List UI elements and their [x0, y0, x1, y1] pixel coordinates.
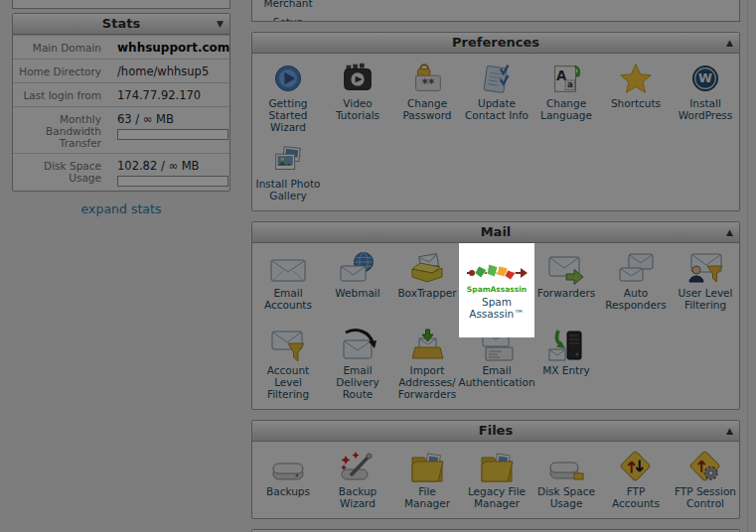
app-item-auto-responders[interactable]: Auto Responders — [601, 248, 671, 326]
app-item-forwarders[interactable]: Forwarders — [531, 248, 601, 326]
app-item-label: Change Language — [533, 97, 599, 121]
app-item-email-accounts[interactable]: Email Accounts — [253, 248, 323, 326]
app-item-label: Shortcuts — [611, 97, 661, 109]
app-item-label: FTP Accounts — [603, 485, 669, 509]
stat-value-home-directory: /home/whhsup5 — [109, 64, 229, 78]
app-item-label: Merchant Setup — [263, 0, 312, 22]
svg-text:W: W — [698, 71, 712, 86]
disk-usage-icon — [546, 450, 586, 483]
app-item-shortcuts[interactable]: Shortcuts — [601, 59, 671, 139]
section-title: Preferences — [452, 35, 539, 50]
collapse-down-icon[interactable]: ▼ — [217, 14, 224, 34]
stats-sidebar: Stats ▼ Main Domain whhsupport.com Home … — [12, 0, 230, 216]
app-item-install-photo-gallery[interactable]: Install Photo Gallery — [253, 139, 323, 207]
app-item-label: Update Contact Info — [464, 97, 529, 121]
app-item-label: Email Authentication — [458, 364, 534, 388]
section-header-preferences[interactable]: Preferences ▲ — [252, 33, 739, 54]
stat-row-home-directory: Home Directory /home/whhsup5 — [13, 59, 229, 82]
app-item-account-level-filtering[interactable]: Account Level Filtering — [253, 326, 323, 406]
star-icon — [617, 62, 655, 95]
stat-value-bandwidth: 63 / ∞ MB — [109, 111, 232, 149]
auto-responders-icon — [616, 251, 656, 285]
wordpress-icon: W — [687, 62, 723, 95]
stat-value-last-login: 174.77.92.170 — [109, 87, 229, 102]
app-item-ftp-accounts[interactable]: FTP Accounts — [601, 447, 671, 515]
stat-value-main-domain: whhsupport.com — [109, 40, 233, 55]
app-item-label: BoxTrapper — [397, 287, 456, 299]
app-item-ftp-session-control[interactable]: FTP Session Control — [671, 447, 740, 515]
stat-value-disk-space: 102.82 / ∞ MB — [109, 158, 232, 187]
stat-row-bandwidth: Monthly Bandwidth Transfer 63 / ∞ MB — [13, 106, 229, 153]
files-grid: Backups Backup Wizard File Manager — [252, 442, 739, 518]
contact-info-icon — [478, 62, 516, 95]
app-item-update-contact-info[interactable]: Update Contact Info — [462, 59, 531, 139]
stats-panel: Stats ▼ Main Domain whhsupport.com Home … — [12, 13, 230, 192]
app-item-legacy-file-manager[interactable]: Legacy File Manager — [462, 447, 531, 515]
app-item-label: Spam Assassin™ — [464, 296, 529, 320]
app-item-import-addresses-forwarders[interactable]: Import Addresses/ Forwarders — [392, 326, 462, 406]
import-addresses-icon — [407, 329, 447, 362]
email-envelope-icon — [268, 251, 308, 285]
section-files: Files ▲ Backups Backup Wizard — [251, 420, 740, 519]
app-item-mx-entry[interactable]: MX Entry — [531, 326, 601, 406]
stat-row-main-domain: Main Domain whhsupport.com — [13, 35, 229, 59]
stat-row-last-login: Last login from 174.77.92.170 — [13, 82, 229, 106]
account-filter-icon — [268, 329, 308, 362]
stats-header[interactable]: Stats ▼ — [13, 14, 229, 35]
collapse-up-icon[interactable]: ▲ — [726, 421, 733, 441]
password-lock-icon: ** — [408, 62, 446, 95]
cpanel-page: Stats ▼ Main Domain whhsupport.com Home … — [0, 0, 756, 532]
app-item-backups[interactable]: Backups — [253, 447, 323, 515]
app-item-change-language[interactable]: Aa Change Language — [531, 59, 601, 139]
expand-stats-link[interactable]: expand stats — [12, 201, 230, 216]
app-item-backup-wizard[interactable]: Backup Wizard — [323, 447, 392, 515]
section-title: Mail — [481, 224, 512, 239]
app-item-label: Email Delivery Route — [325, 364, 390, 400]
app-item-label: Import Addresses/ Forwarders — [394, 364, 460, 400]
app-item-video-tutorials[interactable]: Video Tutorials — [323, 59, 392, 139]
app-item-label: Backup Wizard — [325, 485, 390, 509]
forwarders-icon — [546, 251, 586, 285]
app-item-email-authentication[interactable]: Email Authentication — [462, 326, 531, 406]
ftp-accounts-icon — [617, 450, 655, 483]
app-item-label: User Level Filtering — [673, 287, 738, 311]
app-item-email-delivery-route[interactable]: Email Delivery Route — [323, 326, 392, 406]
section-title: Files — [479, 423, 513, 438]
app-item-change-password[interactable]: ** Change Password — [392, 59, 462, 139]
app-item-label: Install Photo Gallery — [255, 178, 321, 201]
app-item-boxtrapper[interactable]: BoxTrapper — [392, 248, 462, 326]
collapse-up-icon[interactable]: ▲ — [726, 33, 733, 53]
photo-gallery-icon — [269, 142, 307, 176]
section-header-mail[interactable]: Mail ▲ — [252, 222, 739, 243]
app-item-spam-assassin[interactable]: SpamAssassin Spam Assassin™ — [462, 248, 531, 326]
app-item-label: Backups — [266, 485, 310, 497]
app-item-label: Email Accounts — [255, 287, 321, 311]
bandwidth-usage-bar — [117, 129, 228, 140]
svg-text:**: ** — [421, 77, 434, 91]
stat-label: Monthly Bandwidth Transfer — [13, 111, 109, 149]
spamassassin-logo-icon — [466, 251, 528, 285]
folder-icon — [407, 450, 447, 483]
getting-started-icon — [270, 62, 306, 95]
app-item-user-level-filtering[interactable]: User Level Filtering — [671, 248, 740, 326]
app-item-webmail[interactable]: Webmail — [323, 248, 392, 326]
section-mail: Mail ▲ Email Accounts Webmail — [251, 221, 740, 410]
app-item-label: Getting Started Wizard — [255, 97, 321, 133]
app-item-label: Legacy File Manager — [464, 485, 529, 509]
app-item-label: Change Password — [394, 97, 460, 121]
app-item-install-wordpress[interactable]: W Install WordPress — [671, 59, 740, 139]
backups-drive-icon — [268, 450, 308, 483]
stat-label: Home Directory — [13, 64, 109, 78]
app-item-file-manager[interactable]: File Manager — [392, 447, 462, 515]
app-item-getting-started-wizard[interactable]: Getting Started Wizard — [253, 59, 323, 139]
collapse-up-icon[interactable]: ▲ — [726, 222, 733, 242]
stat-label: Main Domain — [13, 40, 109, 55]
webmail-globe-icon — [338, 251, 378, 285]
app-item-disk-space-usage[interactable]: Disk Space Usage — [531, 447, 601, 515]
cut-panel-above-stats — [12, 0, 230, 9]
app-item-merchant-setup[interactable]: Merchant Setup — [253, 0, 323, 22]
stat-label: Disk Space Usage — [13, 158, 109, 187]
app-item-label: Account Level Filtering — [255, 364, 321, 400]
disk-space-value: 102.82 / ∞ MB — [117, 159, 199, 173]
section-header-files[interactable]: Files ▲ — [252, 421, 739, 442]
